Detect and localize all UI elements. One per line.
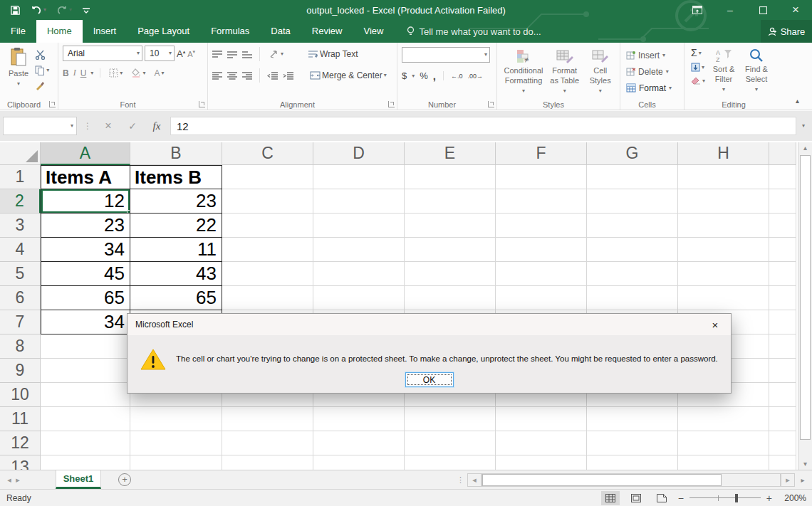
- cut-button[interactable]: [33, 48, 51, 61]
- row-header-7[interactable]: 7: [0, 310, 41, 334]
- cell-G13[interactable]: [587, 455, 678, 470]
- tab-page-layout[interactable]: Page Layout: [127, 20, 200, 43]
- align-right-icon[interactable]: [242, 72, 252, 80]
- undo-button[interactable]: ▾: [31, 6, 46, 15]
- cell-A6[interactable]: 65: [41, 286, 130, 310]
- paste-button[interactable]: Paste ▾: [4, 46, 33, 92]
- font-name-combobox[interactable]: Arial ▾: [63, 46, 142, 61]
- row-header-5[interactable]: 5: [0, 262, 41, 286]
- format-painter-button[interactable]: [33, 80, 51, 92]
- cell-F1[interactable]: [496, 165, 587, 189]
- cell-C1[interactable]: [222, 165, 313, 189]
- scroll-up-icon[interactable]: ▴: [798, 142, 812, 154]
- sort-filter-button[interactable]: AZ Sort & Filter ▾: [707, 46, 740, 98]
- align-left-icon[interactable]: [212, 72, 222, 80]
- cell-H13[interactable]: [678, 455, 769, 470]
- cell-G6[interactable]: [587, 286, 678, 310]
- decrease-decimal-button[interactable]: .00→: [468, 73, 484, 80]
- orientation-button[interactable]: ▾: [267, 48, 286, 60]
- cell-A2[interactable]: 12: [41, 189, 130, 214]
- bold-button[interactable]: B: [63, 68, 69, 78]
- row-header-13[interactable]: 13: [0, 455, 41, 470]
- cell-G12[interactable]: [587, 431, 678, 455]
- cell-C4[interactable]: [222, 238, 313, 262]
- insert-function-button[interactable]: fx: [146, 120, 167, 132]
- row-header-3[interactable]: 3: [0, 214, 41, 238]
- maximize-button[interactable]: [746, 0, 779, 20]
- row-header-2[interactable]: 2: [0, 189, 41, 214]
- column-header-partial[interactable]: [769, 142, 796, 165]
- horizontal-scrollbar-thumb[interactable]: [482, 474, 722, 486]
- cell-E5[interactable]: [405, 262, 496, 286]
- cell-fill-13[interactable]: [769, 455, 796, 470]
- cell-fill-4[interactable]: [769, 238, 796, 262]
- cell-A3[interactable]: 23: [41, 214, 130, 238]
- sheet-nav-right-icon[interactable]: ▸: [9, 470, 27, 489]
- cell-H5[interactable]: [678, 262, 769, 286]
- cancel-entry-button[interactable]: ×: [98, 120, 119, 132]
- cell-H4[interactable]: [678, 238, 769, 262]
- column-header-F[interactable]: F: [496, 142, 587, 165]
- zoom-in-button[interactable]: +: [766, 492, 772, 504]
- increase-indent-icon[interactable]: [283, 72, 293, 80]
- cell-B11[interactable]: [130, 407, 222, 431]
- comma-style-button[interactable]: ,: [433, 70, 436, 82]
- number-format-combobox[interactable]: ▾: [402, 47, 490, 63]
- italic-button[interactable]: I: [73, 68, 76, 78]
- wrap-text-button[interactable]: Wrap Text: [306, 48, 360, 60]
- hscroll-left-icon[interactable]: ◂: [467, 473, 482, 487]
- cell-D3[interactable]: [313, 214, 405, 238]
- column-header-E[interactable]: E: [405, 142, 496, 165]
- cell-D12[interactable]: [313, 431, 405, 455]
- clear-button[interactable]: ▾: [689, 75, 707, 86]
- cell-E11[interactable]: [405, 407, 496, 431]
- cell-F13[interactable]: [496, 455, 587, 470]
- cell-E2[interactable]: [405, 189, 496, 214]
- cell-fill-2[interactable]: [769, 189, 796, 214]
- row-header-11[interactable]: 11: [0, 407, 41, 431]
- sheet-tab-sheet1[interactable]: Sheet1: [56, 470, 101, 489]
- cell-G4[interactable]: [587, 238, 678, 262]
- cell-F6[interactable]: [496, 286, 587, 310]
- cell-F5[interactable]: [496, 262, 587, 286]
- zoom-slider-track[interactable]: [689, 494, 761, 502]
- page-break-view-button[interactable]: [652, 491, 671, 505]
- cell-D13[interactable]: [313, 455, 405, 470]
- cell-A12[interactable]: [41, 431, 130, 455]
- minimize-button[interactable]: –: [714, 0, 746, 20]
- zoom-slider-handle[interactable]: [735, 494, 738, 502]
- save-icon[interactable]: [10, 5, 21, 16]
- fill-button[interactable]: ▾: [689, 61, 707, 73]
- accounting-format-button[interactable]: $: [402, 70, 407, 81]
- cell-E13[interactable]: [405, 455, 496, 470]
- expand-formula-bar-icon[interactable]: ▾: [802, 123, 805, 129]
- tab-view[interactable]: View: [353, 20, 394, 43]
- confirm-entry-button[interactable]: ✓: [122, 120, 143, 132]
- cell-B5[interactable]: 43: [130, 262, 222, 286]
- cell-A4[interactable]: 34: [41, 238, 130, 262]
- cell-B2[interactable]: 23: [130, 189, 222, 214]
- cell-E1[interactable]: [405, 165, 496, 189]
- cell-F3[interactable]: [496, 214, 587, 238]
- find-select-button[interactable]: Find & Select ▾: [740, 46, 773, 98]
- name-box[interactable]: ▾: [3, 117, 77, 135]
- cell-fill-3[interactable]: [769, 214, 796, 238]
- cell-A5[interactable]: 45: [41, 262, 130, 286]
- name-box-caret-icon[interactable]: ▾: [71, 123, 73, 129]
- cell-C12[interactable]: [222, 431, 313, 455]
- cell-F2[interactable]: [496, 189, 587, 214]
- cell-fill-12[interactable]: [769, 431, 796, 455]
- column-header-H[interactable]: H: [678, 142, 769, 165]
- scroll-down-icon[interactable]: ▾: [798, 458, 812, 470]
- format-as-table-button[interactable]: Format as Table ▾: [546, 46, 583, 98]
- cell-fill-7[interactable]: [769, 310, 796, 334]
- copy-button[interactable]: ▾: [33, 64, 51, 77]
- cell-B1[interactable]: Items B: [130, 165, 222, 189]
- increase-decimal-button[interactable]: ←.0: [451, 73, 463, 80]
- decrease-indent-icon[interactable]: [267, 72, 278, 80]
- underline-button[interactable]: U: [80, 68, 87, 78]
- cell-D11[interactable]: [313, 407, 405, 431]
- cell-styles-button[interactable]: Cell Styles ▾: [583, 46, 617, 98]
- row-header-4[interactable]: 4: [0, 238, 41, 262]
- horizontal-scrollbar[interactable]: [482, 473, 781, 487]
